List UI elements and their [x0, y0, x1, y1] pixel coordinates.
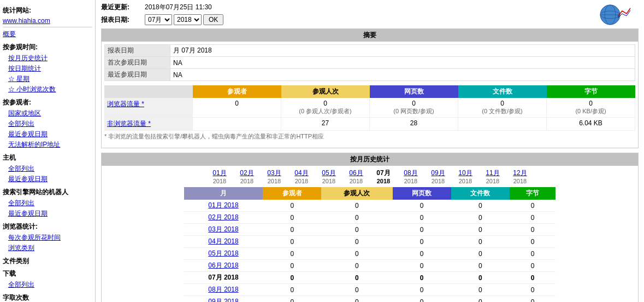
- nonbrowser-row-link[interactable]: 非浏览器流量 *: [107, 120, 151, 127]
- monthly-cell-month[interactable]: 03月 2018: [184, 224, 263, 236]
- year-12: 2018: [506, 178, 534, 184]
- sidebar-downloads-title: 下载: [3, 269, 92, 278]
- first-visit-value: NA: [170, 57, 635, 69]
- year-select[interactable]: 2018201620172019: [174, 14, 202, 25]
- monthly-cell-visitor: 0: [263, 248, 321, 260]
- nonbrowser-pages: 28: [370, 118, 458, 130]
- tab-11[interactable]: 11月: [479, 169, 506, 178]
- tab-01[interactable]: 01月: [206, 169, 233, 178]
- month-tabs-container: 01月 02月 03月 04月 05月 06月 07月 08月 09月 10月 …: [104, 169, 635, 184]
- sidebar-time-per-visit[interactable]: 每次参观所花时间: [3, 233, 92, 243]
- stats-col-visitor: 参观者: [193, 85, 281, 98]
- monthly-cell-files: 0: [451, 296, 510, 303]
- monthly-cell-visits: 0: [321, 212, 392, 224]
- monthly-cell-pages: 0: [393, 296, 451, 303]
- sidebar-hourly[interactable]: ☆ 小时浏览次数: [3, 84, 92, 95]
- browser-visitor: 0: [193, 98, 281, 117]
- main-content: 最近更新: 2018年07月25日 11:30 报表日期: 07月 01月02月…: [96, 0, 644, 302]
- monthly-row: 06月 201800000: [184, 260, 556, 272]
- monthly-cell-pages: 0: [393, 224, 451, 236]
- monthly-cell-pages: 0: [393, 284, 451, 296]
- monthly-cell-month[interactable]: 04月 2018: [184, 236, 263, 248]
- sidebar-hosts-last-date[interactable]: 最近参观日期: [3, 174, 92, 184]
- monthly-cell-visits: 0: [321, 296, 392, 303]
- monthly-cell-month[interactable]: 05月 2018: [184, 248, 263, 260]
- th-visits: 参观人次: [321, 187, 392, 200]
- monthly-row: 07月 201800000: [184, 272, 556, 284]
- sidebar-robots-title: 搜索引擎网站的机器人: [3, 188, 92, 197]
- sidebar-browser-stats-title: 浏览器统计:: [3, 222, 92, 231]
- month-tab-line-labels: 01月 02月 03月 04月 05月 06月 07月 08月 09月 10月 …: [104, 169, 635, 178]
- year-04: 2018: [288, 178, 315, 184]
- sidebar-daily-stats[interactable]: 按日期统计: [3, 63, 92, 74]
- stats-header-row: 参观者 参观人次 网页数 文件数 字节: [104, 85, 635, 98]
- sidebar-overview[interactable]: 概要: [3, 29, 92, 39]
- sidebar-robots-all[interactable]: 全部列出: [3, 198, 92, 208]
- stats-col-visits: 参观人次: [281, 85, 370, 98]
- sidebar-site-label: 统计网站:: [3, 6, 92, 15]
- sidebar-monthly-stats[interactable]: 按月历史统计: [3, 53, 92, 63]
- monthly-cell-month[interactable]: 09月 2018: [184, 296, 263, 303]
- sidebar-visitors-all[interactable]: 全部列出: [3, 119, 92, 129]
- monthly-cell-pages: 0: [393, 272, 451, 284]
- month-tab-line-years: 2018 2018 2018 2018 2018 2018 2018 2018 …: [104, 178, 635, 184]
- browser-row-label: 浏览器流量 *: [104, 98, 193, 117]
- browser-bytes: 0 (0 KB/参观): [547, 98, 635, 117]
- monthly-cell-pages: 0: [393, 248, 451, 260]
- sidebar-robots-last-date[interactable]: 最近参观日期: [3, 208, 92, 219]
- monthly-cell-month[interactable]: 08月 2018: [184, 284, 263, 296]
- globe-area: [595, 3, 639, 30]
- monthly-cell-month[interactable]: 06月 2018: [184, 260, 263, 272]
- tab-09[interactable]: 09月: [424, 169, 452, 178]
- monthly-cell-visits: 0: [321, 200, 392, 212]
- monthly-cell-files: 0: [451, 212, 510, 224]
- monthly-row: 02月 201800000: [184, 212, 556, 224]
- monthly-cell-visitor: 0: [263, 272, 321, 284]
- monthly-cell-files: 0: [451, 248, 510, 260]
- sidebar-last-visit[interactable]: 最近参观日期: [3, 129, 92, 140]
- monthly-cell-pages: 0: [393, 212, 451, 224]
- sidebar-country[interactable]: 国家或地区: [3, 108, 92, 119]
- monthly-cell-month[interactable]: 02月 2018: [184, 212, 263, 224]
- monthly-cell-pages: 0: [393, 260, 451, 272]
- sidebar-site-url[interactable]: www.hiahia.com: [3, 16, 92, 25]
- th-bytes: 字节: [510, 187, 556, 200]
- ok-button[interactable]: OK: [203, 14, 223, 25]
- monthly-cell-bytes: 0: [510, 272, 556, 284]
- tab-12[interactable]: 12月: [506, 169, 534, 178]
- year-08: 2018: [397, 178, 424, 184]
- last-update-row: 最近更新: 2018年07月25日 11:30: [101, 3, 639, 12]
- sidebar-unresolved-ip[interactable]: 无法解析的IP地址: [3, 140, 92, 150]
- sidebar-weekly[interactable]: ☆ 星期: [3, 74, 92, 84]
- sidebar-site-section: 统计网站: www.hiahia.com: [3, 6, 92, 27]
- monthly-row: 04月 201800000: [184, 236, 556, 248]
- monthly-cell-month[interactable]: 01月 2018: [184, 200, 263, 212]
- browser-files: 0 (0 文件数/参观): [458, 98, 547, 117]
- tab-02[interactable]: 02月: [233, 169, 261, 178]
- tab-06[interactable]: 06月: [342, 169, 370, 178]
- browser-row-link[interactable]: 浏览器流量 *: [107, 100, 144, 108]
- tab-03[interactable]: 03月: [261, 169, 288, 178]
- monthly-cell-files: 0: [451, 260, 510, 272]
- monthly-table-header: 月 参观者 参观人次 网页数 文件数 字节: [184, 187, 556, 200]
- last-visit-value: NA: [170, 69, 635, 81]
- tab-08[interactable]: 08月: [397, 169, 424, 178]
- report-date-info-value: 月 07月 2018: [170, 45, 635, 57]
- sidebar-browser-type[interactable]: 浏览类别: [3, 243, 92, 253]
- year-06: 2018: [342, 178, 370, 184]
- sidebar-hosts-all[interactable]: 全部列出: [3, 164, 92, 174]
- nonbrowser-files: [458, 118, 547, 130]
- sidebar-downloads-all[interactable]: 全部列出: [3, 280, 92, 290]
- monthly-cell-bytes: 0: [510, 212, 556, 224]
- tab-04[interactable]: 04月: [288, 169, 315, 178]
- tab-05[interactable]: 05月: [315, 169, 342, 178]
- footnote: * 非浏览的流量包括搜索引擎/攀机器人，蠕虫病毒产生的流量和非正常的HTTP相应: [104, 132, 635, 141]
- last-visit-label: 最近参观日期: [105, 69, 170, 81]
- tab-10[interactable]: 10月: [452, 169, 479, 178]
- month-select[interactable]: 07月 01月02月03月 04月05月06月 08月09月10月 11月12月: [145, 14, 172, 25]
- monthly-cell-bytes: 0: [510, 248, 556, 260]
- tab-07[interactable]: 07月: [370, 169, 397, 178]
- year-05: 2018: [315, 178, 342, 184]
- monthly-row: 01月 201800000: [184, 200, 556, 212]
- monthly-inner: 01月 02月 03月 04月 05月 06月 07月 08月 09月 10月 …: [102, 166, 638, 302]
